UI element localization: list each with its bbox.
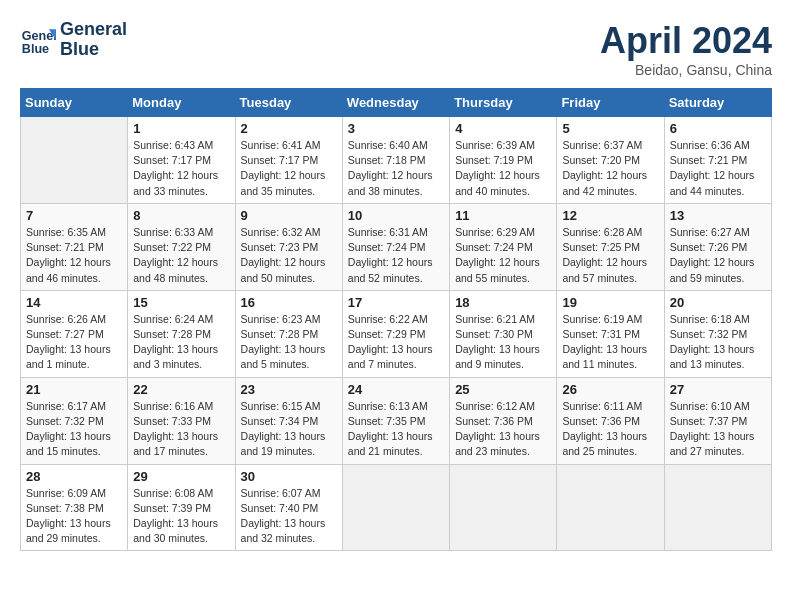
day-number: 28 — [26, 469, 122, 484]
calendar-cell: 9Sunrise: 6:32 AM Sunset: 7:23 PM Daylig… — [235, 203, 342, 290]
day-info: Sunrise: 6:31 AM Sunset: 7:24 PM Dayligh… — [348, 225, 444, 286]
day-info: Sunrise: 6:21 AM Sunset: 7:30 PM Dayligh… — [455, 312, 551, 373]
day-info: Sunrise: 6:08 AM Sunset: 7:39 PM Dayligh… — [133, 486, 229, 547]
day-number: 27 — [670, 382, 766, 397]
calendar-cell: 19Sunrise: 6:19 AM Sunset: 7:31 PM Dayli… — [557, 290, 664, 377]
calendar-cell: 3Sunrise: 6:40 AM Sunset: 7:18 PM Daylig… — [342, 117, 449, 204]
calendar-cell: 26Sunrise: 6:11 AM Sunset: 7:36 PM Dayli… — [557, 377, 664, 464]
calendar-cell: 25Sunrise: 6:12 AM Sunset: 7:36 PM Dayli… — [450, 377, 557, 464]
day-number: 5 — [562, 121, 658, 136]
day-number: 9 — [241, 208, 337, 223]
calendar-table: SundayMondayTuesdayWednesdayThursdayFrid… — [20, 88, 772, 551]
calendar-cell: 11Sunrise: 6:29 AM Sunset: 7:24 PM Dayli… — [450, 203, 557, 290]
day-number: 11 — [455, 208, 551, 223]
day-info: Sunrise: 6:29 AM Sunset: 7:24 PM Dayligh… — [455, 225, 551, 286]
calendar-cell: 5Sunrise: 6:37 AM Sunset: 7:20 PM Daylig… — [557, 117, 664, 204]
day-info: Sunrise: 6:26 AM Sunset: 7:27 PM Dayligh… — [26, 312, 122, 373]
day-number: 3 — [348, 121, 444, 136]
calendar-cell — [342, 464, 449, 551]
day-number: 4 — [455, 121, 551, 136]
logo-text-line1: General — [60, 20, 127, 40]
calendar-week-1: 1Sunrise: 6:43 AM Sunset: 7:17 PM Daylig… — [21, 117, 772, 204]
day-number: 7 — [26, 208, 122, 223]
svg-text:Blue: Blue — [22, 41, 49, 55]
calendar-cell: 21Sunrise: 6:17 AM Sunset: 7:32 PM Dayli… — [21, 377, 128, 464]
day-number: 21 — [26, 382, 122, 397]
day-number: 26 — [562, 382, 658, 397]
day-number: 13 — [670, 208, 766, 223]
day-info: Sunrise: 6:40 AM Sunset: 7:18 PM Dayligh… — [348, 138, 444, 199]
day-number: 12 — [562, 208, 658, 223]
month-title: April 2024 — [600, 20, 772, 62]
logo-text-line2: Blue — [60, 40, 127, 60]
day-number: 10 — [348, 208, 444, 223]
calendar-cell: 12Sunrise: 6:28 AM Sunset: 7:25 PM Dayli… — [557, 203, 664, 290]
day-info: Sunrise: 6:19 AM Sunset: 7:31 PM Dayligh… — [562, 312, 658, 373]
day-info: Sunrise: 6:24 AM Sunset: 7:28 PM Dayligh… — [133, 312, 229, 373]
calendar-cell: 13Sunrise: 6:27 AM Sunset: 7:26 PM Dayli… — [664, 203, 771, 290]
calendar-cell: 18Sunrise: 6:21 AM Sunset: 7:30 PM Dayli… — [450, 290, 557, 377]
weekday-header-row: SundayMondayTuesdayWednesdayThursdayFrid… — [21, 89, 772, 117]
day-number: 20 — [670, 295, 766, 310]
calendar-cell — [450, 464, 557, 551]
day-number: 22 — [133, 382, 229, 397]
calendar-cell: 27Sunrise: 6:10 AM Sunset: 7:37 PM Dayli… — [664, 377, 771, 464]
day-info: Sunrise: 6:13 AM Sunset: 7:35 PM Dayligh… — [348, 399, 444, 460]
title-block: April 2024 Beidao, Gansu, China — [600, 20, 772, 78]
calendar-cell — [664, 464, 771, 551]
logo: General Blue General Blue — [20, 20, 127, 60]
day-number: 18 — [455, 295, 551, 310]
calendar-cell: 23Sunrise: 6:15 AM Sunset: 7:34 PM Dayli… — [235, 377, 342, 464]
weekday-header-saturday: Saturday — [664, 89, 771, 117]
day-info: Sunrise: 6:37 AM Sunset: 7:20 PM Dayligh… — [562, 138, 658, 199]
day-number: 8 — [133, 208, 229, 223]
weekday-header-monday: Monday — [128, 89, 235, 117]
page-header: General Blue General Blue April 2024 Bei… — [20, 20, 772, 78]
location-subtitle: Beidao, Gansu, China — [600, 62, 772, 78]
day-info: Sunrise: 6:15 AM Sunset: 7:34 PM Dayligh… — [241, 399, 337, 460]
day-info: Sunrise: 6:22 AM Sunset: 7:29 PM Dayligh… — [348, 312, 444, 373]
day-info: Sunrise: 6:35 AM Sunset: 7:21 PM Dayligh… — [26, 225, 122, 286]
calendar-cell: 22Sunrise: 6:16 AM Sunset: 7:33 PM Dayli… — [128, 377, 235, 464]
weekday-header-thursday: Thursday — [450, 89, 557, 117]
day-info: Sunrise: 6:17 AM Sunset: 7:32 PM Dayligh… — [26, 399, 122, 460]
day-number: 14 — [26, 295, 122, 310]
calendar-cell: 30Sunrise: 6:07 AM Sunset: 7:40 PM Dayli… — [235, 464, 342, 551]
day-number: 19 — [562, 295, 658, 310]
calendar-cell: 20Sunrise: 6:18 AM Sunset: 7:32 PM Dayli… — [664, 290, 771, 377]
calendar-cell: 29Sunrise: 6:08 AM Sunset: 7:39 PM Dayli… — [128, 464, 235, 551]
logo-icon: General Blue — [20, 22, 56, 58]
day-info: Sunrise: 6:07 AM Sunset: 7:40 PM Dayligh… — [241, 486, 337, 547]
day-info: Sunrise: 6:18 AM Sunset: 7:32 PM Dayligh… — [670, 312, 766, 373]
calendar-week-5: 28Sunrise: 6:09 AM Sunset: 7:38 PM Dayli… — [21, 464, 772, 551]
weekday-header-wednesday: Wednesday — [342, 89, 449, 117]
calendar-week-4: 21Sunrise: 6:17 AM Sunset: 7:32 PM Dayli… — [21, 377, 772, 464]
calendar-cell — [21, 117, 128, 204]
day-info: Sunrise: 6:41 AM Sunset: 7:17 PM Dayligh… — [241, 138, 337, 199]
calendar-cell: 28Sunrise: 6:09 AM Sunset: 7:38 PM Dayli… — [21, 464, 128, 551]
day-info: Sunrise: 6:36 AM Sunset: 7:21 PM Dayligh… — [670, 138, 766, 199]
calendar-cell: 24Sunrise: 6:13 AM Sunset: 7:35 PM Dayli… — [342, 377, 449, 464]
day-number: 23 — [241, 382, 337, 397]
day-info: Sunrise: 6:23 AM Sunset: 7:28 PM Dayligh… — [241, 312, 337, 373]
day-info: Sunrise: 6:39 AM Sunset: 7:19 PM Dayligh… — [455, 138, 551, 199]
day-info: Sunrise: 6:32 AM Sunset: 7:23 PM Dayligh… — [241, 225, 337, 286]
weekday-header-sunday: Sunday — [21, 89, 128, 117]
day-number: 25 — [455, 382, 551, 397]
calendar-cell: 8Sunrise: 6:33 AM Sunset: 7:22 PM Daylig… — [128, 203, 235, 290]
calendar-cell: 6Sunrise: 6:36 AM Sunset: 7:21 PM Daylig… — [664, 117, 771, 204]
day-info: Sunrise: 6:11 AM Sunset: 7:36 PM Dayligh… — [562, 399, 658, 460]
day-number: 24 — [348, 382, 444, 397]
day-number: 15 — [133, 295, 229, 310]
day-number: 30 — [241, 469, 337, 484]
calendar-cell: 17Sunrise: 6:22 AM Sunset: 7:29 PM Dayli… — [342, 290, 449, 377]
day-number: 1 — [133, 121, 229, 136]
calendar-cell: 4Sunrise: 6:39 AM Sunset: 7:19 PM Daylig… — [450, 117, 557, 204]
day-info: Sunrise: 6:12 AM Sunset: 7:36 PM Dayligh… — [455, 399, 551, 460]
day-info: Sunrise: 6:09 AM Sunset: 7:38 PM Dayligh… — [26, 486, 122, 547]
day-info: Sunrise: 6:33 AM Sunset: 7:22 PM Dayligh… — [133, 225, 229, 286]
day-info: Sunrise: 6:43 AM Sunset: 7:17 PM Dayligh… — [133, 138, 229, 199]
calendar-cell: 16Sunrise: 6:23 AM Sunset: 7:28 PM Dayli… — [235, 290, 342, 377]
day-info: Sunrise: 6:10 AM Sunset: 7:37 PM Dayligh… — [670, 399, 766, 460]
day-info: Sunrise: 6:16 AM Sunset: 7:33 PM Dayligh… — [133, 399, 229, 460]
